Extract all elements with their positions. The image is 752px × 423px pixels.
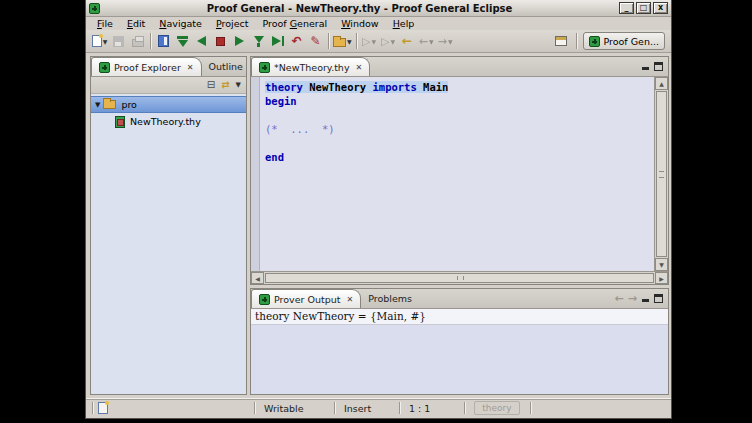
scrollbar-thumb[interactable]: [656, 91, 667, 257]
forward-button[interactable]: →▼: [437, 32, 454, 50]
scroll-down-icon[interactable]: ▼: [655, 258, 668, 271]
tab-newtheory-editor[interactable]: *NewTheory.thy ✕: [251, 57, 370, 76]
menu-item-help[interactable]: Help: [386, 18, 422, 29]
statusbar-separator: [92, 402, 94, 414]
chevron-down-icon: ▼: [103, 38, 108, 45]
theory-editor-icon: [259, 62, 270, 73]
tree-item-project[interactable]: ▼ pro: [91, 96, 246, 113]
save-icon: [113, 36, 124, 47]
view-menu-icon[interactable]: ▼: [236, 81, 241, 89]
undo-button[interactable]: ↶: [288, 32, 305, 50]
scroll-right-icon[interactable]: ▶: [655, 272, 668, 284]
chevron-down-icon: ▼: [391, 38, 396, 45]
tab-label: Outline: [209, 61, 243, 72]
writable-status: Writable: [264, 403, 304, 414]
titlebar: Proof General - NewTheory.thy - Proof Ge…: [86, 0, 671, 17]
explorer-tabbar: Proof Explorer ✕ Outline: [91, 57, 246, 77]
screen: Proof General - NewTheory.thy - Proof Ge…: [0, 0, 752, 423]
menu-item-file[interactable]: File: [90, 18, 120, 29]
folder-icon: [103, 100, 116, 109]
statusbar-separator: [399, 402, 401, 414]
collapse-all-icon[interactable]: ⊟: [207, 80, 215, 90]
interrupt-button[interactable]: [212, 32, 229, 50]
menu-item-edit[interactable]: Edit: [120, 18, 152, 29]
app-icon: [89, 3, 100, 14]
statusbar-separator: [334, 402, 336, 414]
run-button[interactable]: ▷▼: [361, 32, 378, 50]
insert-mode-status: Insert: [344, 403, 371, 414]
perspective-proof-general-button[interactable]: Proof Gen...: [583, 32, 665, 50]
process-to-cursor-button[interactable]: [269, 32, 286, 50]
last-edit-location-button[interactable]: ←: [399, 32, 416, 50]
new-wizard-button[interactable]: ▼: [91, 32, 108, 50]
menu-item-window[interactable]: Window: [334, 18, 385, 29]
back-button[interactable]: ←▼: [418, 32, 435, 50]
close-icon[interactable]: ✕: [346, 295, 353, 304]
open-definition-button[interactable]: [155, 32, 172, 50]
undo-step-icon: [197, 36, 206, 46]
close-icon[interactable]: ✕: [187, 63, 194, 72]
scrollbar-thumb[interactable]: [265, 273, 654, 283]
close-icon[interactable]: ✕: [356, 63, 363, 72]
minimize-button[interactable]: _: [619, 2, 634, 14]
menu-item-navigate[interactable]: Navigate: [152, 18, 209, 29]
minimize-view-icon[interactable]: [641, 294, 650, 303]
tab-label: Problems: [368, 293, 412, 304]
toolbar-separator: [150, 33, 151, 49]
print-button[interactable]: [129, 32, 146, 50]
activate-script-pen-icon: ✎: [310, 35, 320, 47]
save-button[interactable]: [110, 32, 127, 50]
expand-arrow-icon[interactable]: ▼: [95, 101, 100, 109]
new-wizard-icon: [92, 35, 102, 47]
scroll-left-icon[interactable]: ◀: [251, 272, 264, 284]
maximize-view-icon[interactable]: [654, 294, 663, 303]
open-perspective-button[interactable]: [552, 32, 569, 50]
theory-button[interactable]: theory: [474, 401, 520, 415]
toolbar: ▼ ↶ ✎ ▼ ▷▼ ▷▼ ← ←▼ →▼: [86, 30, 671, 53]
tab-problems[interactable]: Problems: [361, 289, 419, 308]
prover-tabbar: Prover Output ✕ Problems ← →: [251, 289, 668, 309]
view-back-icon[interactable]: ←: [615, 294, 624, 304]
toolbar-separator: [356, 33, 357, 49]
chevron-down-icon: ▼: [429, 38, 434, 45]
prover-output-line[interactable]: theory NewTheory = {Main, #}: [251, 309, 668, 325]
minimize-view-icon[interactable]: [641, 62, 650, 71]
menu-item-proof-general[interactable]: Proof General: [255, 18, 334, 29]
close-button[interactable]: x: [653, 2, 668, 14]
next-step-button[interactable]: [231, 32, 248, 50]
chevron-down-icon: ▼: [448, 38, 453, 45]
undo-arrow-icon: ↶: [291, 35, 301, 47]
scroll-up-icon[interactable]: ▲: [655, 77, 668, 90]
app-window: Proof General - NewTheory.thy - Proof Ge…: [85, 0, 672, 419]
tab-prover-output[interactable]: Prover Output ✕: [251, 289, 361, 308]
retract-all-button[interactable]: [174, 32, 191, 50]
maximize-button[interactable]: □: [636, 2, 651, 14]
maximize-view-icon[interactable]: [654, 62, 663, 71]
project-name: pro: [121, 99, 137, 110]
tree-item-theory-file[interactable]: NewTheory.thy: [91, 113, 246, 130]
tab-outline[interactable]: Outline: [202, 57, 250, 76]
goto-end-button[interactable]: [250, 32, 267, 50]
horizontal-scrollbar[interactable]: ◀ ▶: [251, 271, 668, 284]
external-tools-button[interactable]: ▷▼: [380, 32, 397, 50]
proof-explorer-view: Proof Explorer ✕ Outline ⊟ ⇄ ▼: [90, 56, 247, 395]
tab-proof-explorer[interactable]: Proof Explorer ✕: [91, 57, 202, 76]
menu-item-project[interactable]: Project: [209, 18, 256, 29]
goto-end-icon: [254, 36, 264, 47]
editor-left-ruler[interactable]: [251, 77, 260, 271]
window-title: Proof General - NewTheory.thy - Proof Ge…: [100, 3, 619, 14]
link-with-editor-icon[interactable]: ⇄: [221, 80, 229, 90]
toolbar-separator: [576, 33, 577, 49]
open-definition-book-icon: [158, 35, 169, 47]
statusbar-separator: [254, 402, 256, 414]
tab-label: Proof Explorer: [114, 62, 181, 73]
activate-script-button[interactable]: ✎: [307, 32, 324, 50]
back-arrow-icon: ←: [419, 36, 428, 47]
fast-view-icon[interactable]: [98, 402, 108, 414]
code-area[interactable]: theory NewTheory imports Main begin (* .…: [260, 77, 654, 271]
view-forward-icon[interactable]: →: [628, 294, 637, 304]
project-tree: ▼ pro NewTheory.thy: [91, 94, 246, 394]
undo-step-button[interactable]: [193, 32, 210, 50]
open-folder-button[interactable]: ▼: [333, 32, 352, 50]
vertical-scrollbar[interactable]: ▲ ▼: [654, 77, 668, 271]
